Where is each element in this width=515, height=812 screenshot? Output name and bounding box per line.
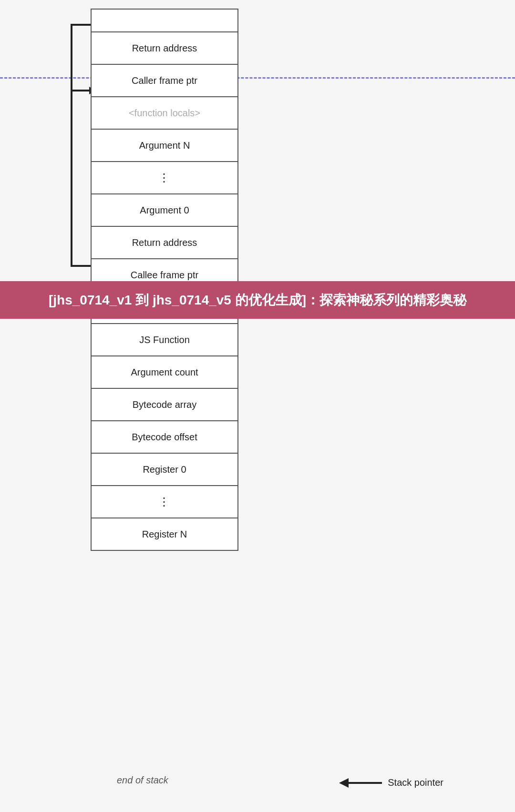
register-n-label: Register N bbox=[142, 529, 187, 540]
js-function-label: JS Function bbox=[139, 335, 190, 345]
stack-cell-argument-0: Argument 0 bbox=[91, 193, 238, 227]
dots-bottom-label: ⋮ bbox=[158, 495, 171, 508]
return-address-top-label: Return address bbox=[132, 43, 197, 54]
callee-frame-ptr-label: Callee frame ptr bbox=[131, 270, 198, 281]
stack-frame: Return address Caller frame ptr <functio… bbox=[91, 10, 238, 551]
stack-cell-js-function: JS Function bbox=[91, 323, 238, 356]
banner: [jhs_0714_v1 到 jhs_0714_v5 的优化生成]：探索神秘系列… bbox=[0, 281, 515, 319]
stack-cell-return-address-bottom: Return address bbox=[91, 226, 238, 259]
caller-frame-ptr-label: Caller frame ptr bbox=[132, 75, 197, 86]
argument-0-label: Argument 0 bbox=[140, 205, 189, 216]
register-0-label: Register 0 bbox=[143, 464, 186, 475]
stack-pointer-arrow bbox=[339, 778, 382, 788]
bracket-arrow-line bbox=[71, 90, 89, 91]
sp-arrow-line bbox=[349, 782, 382, 784]
sp-arrowhead-icon bbox=[339, 778, 349, 788]
stack-cell-function-locals: <function locals> bbox=[91, 96, 238, 130]
stack-cell-dots-top: ⋮ bbox=[91, 161, 238, 194]
stack-cell-top-partial bbox=[91, 9, 238, 32]
stack-cell-bytecode-array: Bytecode array bbox=[91, 388, 238, 421]
page-container: Return address Caller frame ptr <functio… bbox=[0, 0, 515, 812]
stack-pointer-label: Stack pointer bbox=[388, 777, 443, 788]
stack-cell-argument-n: Argument N bbox=[91, 129, 238, 162]
bytecode-offset-label: Bytecode offset bbox=[132, 432, 197, 443]
stack-cell-bytecode-offset: Bytecode offset bbox=[91, 420, 238, 454]
stack-cell-register-n: Register N bbox=[91, 518, 238, 551]
banner-text: [jhs_0714_v1 到 jhs_0714_v5 的优化生成]：探索神秘系列… bbox=[14, 291, 501, 309]
bytecode-array-label: Bytecode array bbox=[133, 399, 197, 410]
end-of-stack-label: end of stack bbox=[117, 775, 168, 786]
argument-count-label: Argument count bbox=[131, 367, 198, 378]
stack-cell-caller-frame-ptr: Caller frame ptr bbox=[91, 64, 238, 97]
argument-n-label: Argument N bbox=[139, 140, 190, 151]
stack-cell-dots-bottom: ⋮ bbox=[91, 485, 238, 518]
return-address-bottom-label: Return address bbox=[132, 237, 197, 248]
dots-top-label: ⋮ bbox=[158, 171, 171, 184]
stack-pointer-area: Stack pointer bbox=[339, 777, 443, 788]
left-bracket bbox=[71, 24, 93, 267]
stack-cell-return-address-top: Return address bbox=[91, 31, 238, 65]
stack-cell-argument-count: Argument count bbox=[91, 355, 238, 389]
function-locals-label: <function locals> bbox=[129, 108, 200, 119]
stack-cell-register-0: Register 0 bbox=[91, 453, 238, 486]
